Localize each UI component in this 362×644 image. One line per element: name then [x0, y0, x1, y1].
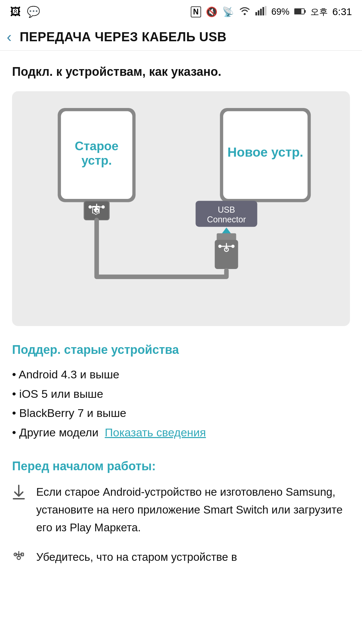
- nfc-icon: N: [191, 6, 201, 17]
- instruction-text-1: Если старое Android-устройство не изгото…: [36, 483, 350, 536]
- hotspot-icon: 📡: [222, 6, 234, 17]
- before-title: Перед началом работы:: [12, 459, 350, 473]
- svg-text:USB: USB: [218, 205, 235, 214]
- svg-rect-2: [258, 10, 259, 15]
- battery-icon: [294, 7, 306, 17]
- svg-marker-29: [222, 227, 231, 234]
- mute-icon: 🔇: [206, 6, 218, 17]
- back-button[interactable]: ‹: [7, 30, 12, 44]
- status-bar-left: 🖼 💬: [10, 5, 40, 18]
- instruction-item-1: Если старое Android-устройство не изгото…: [12, 483, 350, 536]
- support-item-2: • iOS 5 или выше: [12, 384, 350, 404]
- download-arrow-icon: [12, 485, 27, 502]
- svg-rect-30: [217, 233, 236, 240]
- clock: 6:31: [333, 6, 352, 17]
- signal-icon: [255, 6, 267, 18]
- status-bar-right: N 🔇 📡 69%: [191, 6, 352, 18]
- svg-rect-7: [304, 10, 306, 13]
- svg-rect-1: [255, 12, 257, 15]
- message-icon: 💬: [27, 5, 40, 18]
- svg-text:Старое: Старое: [75, 139, 118, 153]
- svg-point-0: [244, 13, 246, 15]
- svg-rect-5: [265, 6, 266, 15]
- svg-text:устр.: устр.: [81, 154, 112, 167]
- show-details-link[interactable]: Показать сведения: [105, 426, 206, 439]
- status-bar: 🖼 💬 N 🔇 📡 69%: [0, 0, 362, 23]
- usb-diagram: Старое устр. ⌀ ⏚ ⛨ Новое устр. USB C: [12, 91, 350, 326]
- usb-symbol-icon: [12, 550, 27, 568]
- main-content: Подкл. к устройствам, как указано. Старо…: [0, 51, 362, 593]
- page-title: ПЕРЕДАЧА ЧЕРЕЗ КАБЕЛЬ USB: [20, 30, 227, 44]
- svg-rect-42: [21, 553, 23, 556]
- svg-point-20: [88, 205, 92, 209]
- support-title: Поддер. старые устройства: [12, 343, 350, 357]
- wifi-icon: [239, 6, 251, 18]
- svg-text:Connector: Connector: [207, 214, 246, 224]
- svg-rect-3: [260, 9, 262, 15]
- svg-point-43: [17, 556, 20, 559]
- battery-percent: 69%: [272, 7, 290, 17]
- svg-point-35: [231, 245, 235, 248]
- page-subtitle: Подкл. к устройствам, как указано.: [12, 64, 350, 80]
- svg-rect-4: [262, 7, 264, 15]
- before-section: Перед началом работы: Если старое Androi…: [12, 459, 350, 568]
- page-header: ‹ ПЕРЕДАЧА ЧЕРЕЗ КАБЕЛЬ USB: [0, 23, 362, 51]
- svg-rect-8: [295, 9, 301, 14]
- svg-point-21: [102, 205, 105, 209]
- support-item-1: • Android 4.3 и выше: [12, 365, 350, 384]
- svg-point-34: [218, 245, 222, 248]
- support-item-4: • Другие модели Показать сведения: [12, 423, 350, 442]
- instruction-item-2: Убедитесь, что на старом устройстве в: [12, 548, 350, 568]
- time-period: 오후: [310, 6, 328, 18]
- image-icon: 🖼: [10, 6, 21, 18]
- support-section: Поддер. старые устройства • Android 4.3 …: [12, 343, 350, 442]
- support-item-3: • BlackBerry 7 и выше: [12, 404, 350, 423]
- svg-text:Новое устр.: Новое устр.: [228, 145, 303, 159]
- instruction-text-2: Убедитесь, что на старом устройстве в: [36, 548, 350, 566]
